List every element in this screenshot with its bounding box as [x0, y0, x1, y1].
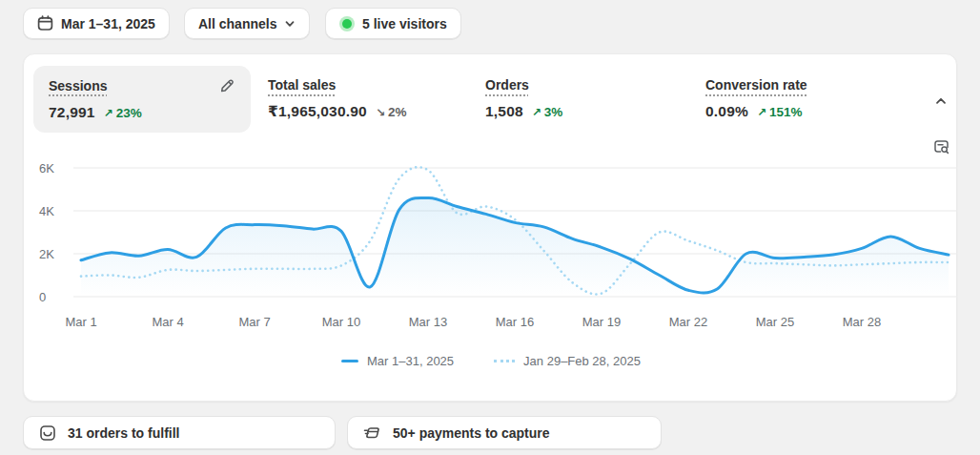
x-axis-tick-label: Mar 1	[65, 315, 96, 329]
date-range-button[interactable]: Mar 1–31, 2025	[23, 8, 170, 39]
trend-arrow-icon: ↗	[104, 107, 113, 120]
dotted-line-marker-icon	[494, 360, 515, 362]
calendar-icon	[37, 15, 53, 31]
orders-inbox-icon	[39, 424, 56, 442]
metric-value: 1,508	[485, 103, 523, 120]
x-axis-tick-label: Mar 28	[843, 315, 881, 329]
trend-arrow-icon: ↗	[757, 106, 766, 119]
metric-delta: ↗ 151%	[757, 105, 803, 119]
channels-label: All channels	[198, 16, 276, 31]
trend-arrow-icon: ↗	[532, 106, 541, 119]
metric-value: 72,991	[49, 104, 95, 121]
metric-value: 0.09%	[705, 103, 748, 120]
metric-tile-sessions[interactable]: Sessions 72,991 ↗ 23%	[33, 66, 251, 133]
metric-delta: ↗ 23%	[104, 106, 142, 120]
chart-legend: Mar 1–31, 2025 Jan 29–Feb 28, 2025	[24, 354, 958, 368]
pencil-icon[interactable]	[219, 77, 235, 93]
legend-label: Mar 1–31, 2025	[367, 354, 454, 368]
solid-line-marker-icon	[341, 360, 358, 362]
metric-tile-orders[interactable]: Orders 1,508 ↗ 3%	[470, 66, 661, 133]
metric-delta: ↗ 3%	[532, 105, 563, 119]
chevron-up-icon	[934, 94, 948, 108]
x-axis-tick-label: Mar 25	[756, 315, 794, 329]
metric-tile-conversion-rate[interactable]: Conversion rate 0.09% ↗ 151%	[690, 66, 900, 133]
trend-arrow-icon: ↘	[376, 106, 385, 119]
y-axis-tick-label: 6K	[39, 161, 54, 176]
payments-to-capture-button[interactable]: 50+ payments to capture	[347, 416, 662, 449]
legend-label: Jan 29–Feb 28, 2025	[523, 354, 641, 368]
metric-label: Orders	[485, 77, 529, 93]
x-axis-tick-label: Mar 7	[238, 315, 270, 329]
orders-to-fulfill-label: 31 orders to fulfill	[68, 425, 179, 441]
metric-tile-total-sales[interactable]: Total sales ₹1,965,030.90 ↘ 2%	[253, 66, 458, 133]
y-axis-tick-label: 0	[39, 290, 46, 304]
area-fill	[81, 197, 949, 297]
live-visitors-label: 5 live visitors	[362, 16, 447, 31]
x-axis-tick-label: Mar 16	[496, 315, 534, 329]
y-axis-tick-label: 4K	[39, 204, 54, 218]
x-axis-tick-label: Mar 22	[669, 315, 707, 329]
metric-delta: ↘ 2%	[376, 105, 407, 119]
x-axis-tick-label: Mar 4	[152, 315, 183, 329]
x-axis-tick-label: Mar 13	[409, 315, 447, 329]
x-axis-tick-label: Mar 10	[322, 315, 360, 329]
channels-filter-button[interactable]: All channels	[184, 8, 310, 39]
sessions-line-chart[interactable]: 02K4K6KMar 1Mar 4Mar 7Mar 10Mar 13Mar 16…	[24, 154, 958, 344]
y-axis-tick-label: 2K	[39, 247, 54, 261]
live-status-dot	[339, 16, 355, 31]
metric-label: Sessions	[49, 78, 107, 93]
metric-label: Total sales	[268, 77, 336, 93]
legend-item-current-period[interactable]: Mar 1–31, 2025	[341, 354, 454, 368]
live-visitors-badge[interactable]: 5 live visitors	[325, 8, 461, 39]
metric-value: ₹1,965,030.90	[268, 103, 367, 120]
payments-card-icon	[363, 424, 381, 442]
analytics-card: Sessions 72,991 ↗ 23% Total sales ₹1,965…	[23, 53, 957, 402]
date-range-label: Mar 1–31, 2025	[61, 16, 155, 31]
collapse-chart-button[interactable]	[929, 89, 953, 114]
x-axis-tick-label: Mar 19	[582, 315, 621, 329]
metric-label: Conversion rate	[705, 77, 807, 93]
legend-item-comparison-period[interactable]: Jan 29–Feb 28, 2025	[494, 354, 641, 368]
orders-to-fulfill-button[interactable]: 31 orders to fulfill	[23, 416, 336, 449]
payments-to-capture-label: 50+ payments to capture	[393, 425, 550, 441]
chevron-down-icon	[284, 18, 296, 30]
